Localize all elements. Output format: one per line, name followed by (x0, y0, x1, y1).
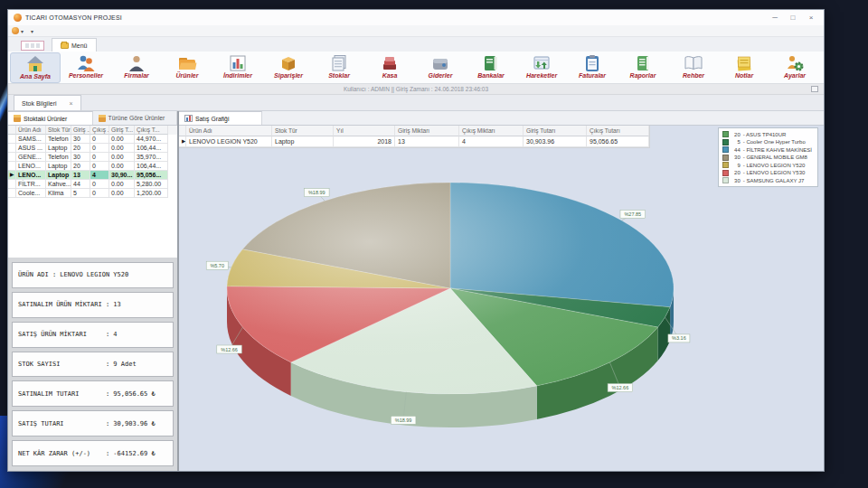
legend-count: 20 (731, 170, 741, 175)
row-indicator-icon: ▶ (8, 171, 16, 180)
table-cell: 44,970... (135, 135, 168, 144)
column-header[interactable]: Giriş Miktarı (395, 126, 459, 136)
column-header[interactable]: Giriş T... (109, 126, 135, 135)
wallet-icon (430, 53, 450, 73)
table-cell: 13 (71, 171, 90, 180)
column-header[interactable]: Ürün Adı (186, 126, 272, 136)
table-row[interactable]: SAMS...Telefon3000.0044,970... (8, 135, 177, 144)
legend-label: - FİLTRE KAHVE MAKİNESİ (743, 147, 812, 153)
legend-color-swatch (722, 155, 729, 161)
svg-text:%3.16: %3.16 (672, 335, 686, 341)
column-header[interactable]: Yıl (334, 126, 395, 136)
sales-year-table[interactable]: Ürün AdıStok TürYılGiriş MiktarıÇıkış Mi… (179, 126, 650, 148)
stock-table[interactable]: Ürün AdıStok TürGiriş ...Çıkış ...Giriş … (8, 126, 177, 258)
tab-menu[interactable]: Menü (52, 38, 97, 52)
app-menu-icon[interactable] (12, 27, 19, 34)
row-indicator-icon: ▶ (179, 136, 186, 147)
tab-t-r-ne-g-re-r-nler[interactable]: Türüne Göre Ürünler (93, 111, 178, 125)
ribbon-item-ayarlar[interactable]: Ayarlar (769, 52, 820, 83)
right-subtab-bar: Satış Grafiği (179, 111, 824, 126)
summary-box: NET KÂR ZARAR (+/-) : -64152.69 ₺ (12, 440, 174, 466)
ribbon-item-label: Kasa (382, 72, 398, 79)
ribbon-item-raporlar[interactable]: Raporlar (618, 52, 668, 83)
svg-text:%12.66: %12.66 (612, 385, 629, 390)
table-cell: 106,44... (135, 144, 168, 153)
column-header[interactable]: Çıkış Tutarı (587, 126, 649, 136)
invoice-icon (582, 53, 602, 73)
toolbar-overflow-icon[interactable]: ▾ (31, 28, 33, 34)
table-cell: Telefon (46, 153, 71, 162)
chevron-down-icon[interactable]: ▾ (21, 28, 24, 34)
ribbon-item-stoklar[interactable]: Stoklar (314, 52, 364, 83)
ribbon-item-sipari-ler[interactable]: Siparişler (263, 52, 314, 83)
ribbon-item-rehber[interactable]: Rehber (668, 52, 719, 83)
column-header[interactable]: Stok Tür (272, 126, 334, 136)
legend-color-swatch (722, 177, 729, 183)
table-row[interactable]: FİLTR...Kahve...4400.005,280.00 (8, 180, 177, 189)
ribbon-item-hareketler[interactable]: Hareketler (516, 52, 567, 83)
ribbon-item-label: Raporlar (630, 72, 656, 79)
person-icon (127, 53, 146, 73)
tab-satis-grafigi[interactable]: Satış Grafiği (179, 111, 262, 125)
table-cell: 2018 (334, 136, 395, 147)
summary-box: SATIŞ ÜRÜN MİKTARI : 4 (12, 322, 174, 348)
ribbon-item-ana-sayfa[interactable]: Ana Sayfa (10, 52, 61, 83)
ribbon-item-personeller[interactable]: Personeller (61, 52, 111, 83)
maximize-button[interactable]: □ (784, 11, 802, 24)
table-cell: Laptop (46, 144, 71, 153)
column-header[interactable]: Çıkış T... (135, 126, 168, 135)
close-icon[interactable]: × (70, 100, 73, 107)
ribbon-item-firmalar[interactable]: Firmalar (111, 52, 162, 83)
minimize-button[interactable]: ─ (766, 11, 784, 24)
stock-summary-panel: ÜRÜN ADI : LENOVO LEGION Y520SATINALIM Ü… (8, 258, 177, 471)
table-row[interactable]: GENE...Telefon3000.0035,970... (8, 153, 177, 162)
ribbon-item-faturalar[interactable]: Faturalar (567, 52, 618, 83)
skin-gallery-button[interactable] (21, 41, 44, 51)
table-row[interactable]: ASUS ...Laptop2000.00106,44... (8, 144, 177, 153)
legend-count: 44 (731, 147, 741, 153)
people-icon (76, 53, 96, 73)
table-row-selected[interactable]: ▶LENOVO LEGION Y520Laptop201813430,903.9… (179, 136, 649, 147)
ribbon-item-bankalar[interactable]: Bankalar (466, 52, 516, 83)
legend-item-lenovo-legion-y520: 9- LENOVO LEGION Y520 (722, 162, 812, 168)
table-cell: 35,970... (135, 153, 168, 162)
desktop-background: TICARI OTOMASYON PROJESI ─ □ × ▾ ▾ Menü … (0, 0, 868, 488)
column-header[interactable]: Çıkış ... (90, 126, 109, 135)
close-button[interactable]: × (802, 11, 820, 24)
column-header[interactable]: Giriş Tutarı (524, 126, 587, 136)
settings-icon (785, 53, 805, 73)
tab-stok-bilgileri[interactable]: Stok Bilgileri × (14, 95, 81, 110)
table-row[interactable]: Coole...Klima500.001,200.00 (8, 189, 177, 198)
ribbon-item-notlar[interactable]: Notlar (719, 52, 769, 83)
panel-toggle-icon[interactable] (811, 86, 818, 92)
table-row-selected[interactable]: ▶LENO...Laptop13430,90...95,056... (8, 171, 177, 180)
papers-icon (329, 53, 349, 73)
column-header[interactable]: Stok Tür (46, 126, 71, 135)
ribbon-item-r-nler[interactable]: Ürünler (162, 52, 212, 83)
tab-stoktaki-r-nler[interactable]: Stoktaki Ürünler (8, 111, 93, 125)
row-indicator (8, 153, 16, 162)
legend-color-swatch (722, 146, 729, 153)
box-icon (278, 53, 298, 73)
transfer-icon (532, 53, 552, 73)
table-cell: 5,280.00 (135, 180, 168, 189)
tab-stok-bilgileri-label: Stok Bilgileri (22, 100, 57, 107)
column-header[interactable]: Çıkış Miktarı (459, 126, 524, 136)
ribbon-item-label: Ayarlar (784, 72, 806, 79)
folder-icon (177, 53, 197, 73)
ribbon-item-kasa[interactable]: Kasa (364, 52, 415, 83)
table-cell: GENE... (16, 153, 46, 162)
ribbon-item-label: Ana Sayfa (20, 73, 51, 80)
tab-label: Stoktaki Ürünler (24, 116, 67, 122)
ribbon-item-label: Personeller (69, 72, 103, 79)
column-header[interactable]: Giriş ... (71, 126, 90, 135)
table-row[interactable]: LENO...Laptop2000.00106,44... (8, 162, 177, 171)
legend-count: 20 (731, 132, 741, 137)
ribbon-item-i-ndirimler[interactable]: İndirimler (212, 52, 263, 83)
column-header[interactable]: Ürün Adı (16, 126, 46, 135)
table-cell: Laptop (272, 136, 334, 147)
ribbon-item-giderler[interactable]: Giderler (415, 52, 466, 83)
table-cell: 4 (459, 136, 524, 147)
legend-color-swatch (722, 139, 729, 145)
title-bar: TICARI OTOMASYON PROJESI ─ □ × (8, 10, 824, 25)
